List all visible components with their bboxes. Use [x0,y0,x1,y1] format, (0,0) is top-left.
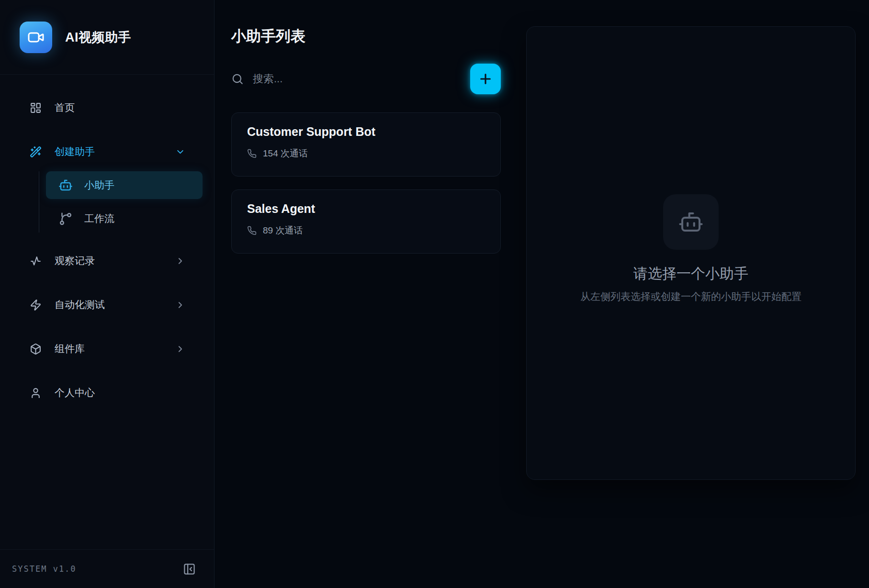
workflow-icon [58,211,73,226]
sidebar-item-component-library[interactable]: 组件库 [11,335,203,362]
assistant-card[interactable]: Sales Agent 89 次通话 [231,189,501,254]
assistant-call-meta: 154 次通话 [247,147,485,160]
sidebar-subitem-label: 小助手 [84,178,114,192]
chevron-right-icon [175,256,185,266]
chevron-right-icon [175,344,185,354]
app-title: AI视频助手 [65,29,131,46]
video-camera-icon [27,29,45,46]
sidebar-item-automation-testing[interactable]: 自动化测试 [11,291,203,318]
bot-icon [58,178,73,192]
panel-left-close-icon [183,563,196,576]
collapse-sidebar-button[interactable] [183,563,196,576]
app-root: AI视频助手 首页 创建助手 [0,0,869,588]
create-assistant-submenu: 小助手 工作流 [39,171,203,233]
activity-icon [30,255,42,267]
sidebar-item-profile[interactable]: 个人中心 [11,379,203,406]
empty-state-subtitle: 从左侧列表选择或创建一个新的小助手以开始配置 [580,290,801,303]
sidebar-subitem-assistants[interactable]: 小助手 [46,171,203,199]
empty-state-title: 请选择一个小助手 [633,264,748,284]
call-count: 154 次通话 [263,147,308,160]
sidebar-subitem-label: 工作流 [84,212,114,225]
chevron-down-icon [175,147,185,157]
sidebar-item-label: 创建助手 [55,145,95,158]
sidebar-item-label: 组件库 [55,342,85,355]
search-icon [231,73,244,85]
assistant-call-meta: 89 次通话 [247,224,485,237]
sidebar-item-label: 自动化测试 [55,298,105,311]
sidebar-subitem-workflow[interactable]: 工作流 [46,205,203,233]
sidebar-item-label: 个人中心 [55,386,95,399]
assistant-cards: Customer Support Bot 154 次通话 Sales Agent [231,112,501,254]
call-count: 89 次通话 [263,224,303,237]
assistant-card[interactable]: Customer Support Bot 154 次通话 [231,112,501,177]
box-icon [30,343,42,355]
assistant-name: Customer Support Bot [247,125,485,139]
sidebar-item-label: 首页 [55,101,75,114]
magic-wand-icon [30,146,42,158]
search-input[interactable] [252,72,470,86]
app-logo [20,22,52,53]
assistant-list-panel: 小助手列表 Customer Support Bot [214,0,526,588]
bot-icon [678,209,704,235]
assistant-detail-panel: 请选择一个小助手 从左侧列表选择或创建一个新的小助手以开始配置 [526,26,856,480]
detail-panel-wrap: 请选择一个小助手 从左侧列表选择或创建一个新的小助手以开始配置 [526,0,869,588]
phone-icon [247,149,257,158]
add-assistant-button[interactable] [470,64,501,94]
app-logo-row: AI视频助手 [0,0,214,75]
chevron-right-icon [175,300,185,310]
sidebar-item-create-assistant[interactable]: 创建助手 [11,138,203,165]
sidebar: AI视频助手 首页 创建助手 [0,0,214,588]
sidebar-nav: 首页 创建助手 [0,75,214,549]
sidebar-item-home[interactable]: 首页 [11,94,203,121]
empty-state: 请选择一个小助手 从左侧列表选择或创建一个新的小助手以开始配置 [580,194,801,303]
sidebar-item-label: 观察记录 [55,254,95,267]
user-icon [30,387,42,399]
sidebar-item-observation-logs[interactable]: 观察记录 [11,247,203,274]
system-version: SYSTEM v1.0 [12,564,77,574]
empty-state-icon-box [663,194,719,250]
page-title: 小助手列表 [231,27,501,45]
assistant-name: Sales Agent [247,202,485,216]
sidebar-footer: SYSTEM v1.0 [0,549,214,588]
dashboard-icon [30,102,42,114]
zap-icon [30,299,42,311]
plus-icon [478,71,493,87]
search-row [231,64,501,94]
phone-icon [247,226,257,235]
